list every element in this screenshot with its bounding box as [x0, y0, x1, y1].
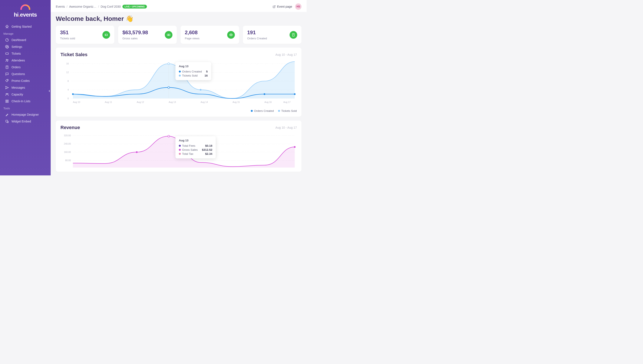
svg-text:12: 12: [66, 71, 69, 74]
gauge-icon: [5, 38, 9, 42]
svg-point-1: [7, 46, 8, 48]
svg-text:Aug 10: Aug 10: [73, 101, 80, 103]
svg-point-16: [231, 34, 232, 35]
embed-icon: [5, 120, 9, 123]
receipt-icon: [5, 65, 9, 69]
stat-value: 351: [60, 30, 75, 36]
tooltip-date: Aug 13: [179, 139, 212, 142]
svg-rect-12: [6, 120, 8, 122]
panel-title: Revenue: [61, 125, 80, 130]
svg-point-7: [7, 94, 8, 94]
sidebar-item-orders[interactable]: Orders: [2, 64, 49, 70]
svg-point-52: [168, 135, 170, 137]
breadcrumb-org[interactable]: Awesome Organiz…: [69, 5, 96, 8]
gear-icon: [5, 45, 9, 49]
tooltip-value: 5: [206, 70, 208, 73]
group-icon: [5, 92, 9, 96]
external-link-icon: [273, 5, 276, 8]
revenue-panel: Revenue Aug 10 - Aug 17 320.00240.00160.…: [56, 120, 302, 172]
tooltip-label: Orders Created: [182, 70, 202, 73]
grid-icon: [5, 99, 9, 103]
sidebar-item-attendees[interactable]: Attendees: [2, 57, 49, 64]
sidebar-item-widget[interactable]: Widget Embed: [2, 118, 49, 125]
send-icon: [5, 86, 9, 90]
svg-text:Aug 16: Aug 16: [265, 101, 272, 103]
stat-orders-created: 191Orders Created: [243, 26, 302, 44]
svg-text:4: 4: [68, 88, 69, 91]
live-badge: LIVE • UPCOMING: [122, 5, 147, 8]
sidebar-item-label: Messages: [12, 86, 25, 89]
panel-title: Ticket Sales: [61, 52, 88, 58]
svg-point-37: [72, 93, 74, 95]
sidebar-item-label: Capacity: [12, 93, 23, 96]
svg-text:320.00: 320.00: [64, 134, 71, 137]
legend-tickets[interactable]: Tickets Sold: [278, 109, 297, 112]
revenue-tooltip: Aug 13 Total Fees$0.18 Gross Sales$312.5…: [175, 136, 216, 158]
svg-text:8: 8: [68, 80, 69, 82]
sidebar-item-homepage[interactable]: Homepage Designer: [2, 111, 49, 118]
sidebar-item-questions[interactable]: Questions: [2, 70, 49, 78]
tooltip-value: $2.34: [205, 152, 212, 156]
svg-point-3: [8, 60, 8, 60]
breadcrumb-event[interactable]: Dog Conf 2030: [101, 5, 121, 8]
welcome-heading: Welcome back, Homer 👋: [56, 15, 302, 22]
sidebar-item-label: Orders: [12, 66, 21, 69]
stat-value: 2,608: [185, 30, 199, 36]
sidebar-item-promo[interactable]: Promo Codes: [2, 78, 49, 84]
svg-point-5: [8, 80, 8, 80]
svg-point-40: [200, 89, 201, 90]
ticket-icon: [102, 31, 110, 39]
sidebar: hi.events Getting Started Manage Dashboa…: [0, 0, 51, 176]
sidebar-item-checkin[interactable]: Check-In Lists: [2, 98, 49, 104]
tooltip-date: Aug 13: [179, 65, 208, 68]
nav-section-tools: Tools: [0, 104, 51, 111]
svg-point-39: [168, 86, 170, 88]
tooltip-label: Tickets Sold: [182, 74, 197, 77]
legend-orders[interactable]: Orders Created: [251, 109, 274, 112]
logo-text: hi.events: [0, 12, 51, 18]
sidebar-item-label: Promo Codes: [12, 79, 30, 82]
svg-text:80.00: 80.00: [65, 159, 71, 162]
stat-value: 191: [247, 30, 267, 36]
svg-point-38: [168, 63, 170, 65]
event-page-link[interactable]: Event page: [273, 5, 292, 8]
svg-text:Aug 15: Aug 15: [233, 101, 240, 103]
eye-icon: [227, 31, 235, 39]
collapse-sidebar-button[interactable]: [48, 89, 51, 93]
tooltip-label: Total Fees: [182, 144, 195, 147]
sidebar-item-settings[interactable]: Settings: [2, 43, 49, 50]
sidebar-item-dashboard[interactable]: Dashboard: [2, 36, 49, 43]
sidebar-item-label: Tickets: [12, 52, 21, 55]
svg-text:Aug 12: Aug 12: [137, 101, 144, 103]
chat-icon: [5, 72, 9, 76]
users-icon: [5, 58, 9, 62]
svg-point-42: [294, 93, 296, 95]
svg-point-2: [6, 59, 7, 60]
stat-tickets-sold: 351Tickets sold: [56, 26, 114, 44]
svg-rect-10: [6, 102, 7, 103]
sidebar-item-label: Widget Embed: [12, 120, 31, 123]
svg-point-41: [264, 93, 265, 95]
svg-point-6: [6, 94, 7, 94]
stat-value: $63,579.98: [122, 30, 148, 36]
stat-label: Tickets sold: [60, 37, 75, 40]
sidebar-item-getting-started[interactable]: Getting Started: [2, 23, 49, 30]
tooltip-label: Total Tax: [182, 152, 193, 156]
avatar[interactable]: HS: [295, 4, 302, 10]
breadcrumb: Events / Awesome Organiz… / Dog Conf 203…: [56, 5, 147, 8]
panel-range: Aug 10 - Aug 17: [276, 126, 297, 129]
sidebar-item-tickets[interactable]: Tickets: [2, 50, 49, 57]
sidebar-item-messages[interactable]: Messages: [2, 84, 49, 91]
breadcrumb-sep: /: [67, 5, 68, 8]
breadcrumb-sep: /: [98, 5, 99, 8]
sidebar-item-capacity[interactable]: Capacity: [2, 91, 49, 98]
stat-page-views: 2,608Page views: [180, 26, 239, 44]
breadcrumb-events[interactable]: Events: [56, 5, 65, 8]
topbar: Events / Awesome Organiz… / Dog Conf 203…: [51, 0, 307, 12]
sidebar-item-label: Homepage Designer: [12, 113, 39, 116]
stats-row: 351Tickets sold $63,579.98Gross sales 2,…: [56, 26, 302, 44]
nav-section-manage: Manage: [0, 30, 51, 36]
logo[interactable]: hi.events: [0, 4, 51, 18]
stat-gross-sales: $63,579.98Gross sales: [118, 26, 177, 44]
svg-text:0: 0: [68, 97, 69, 100]
